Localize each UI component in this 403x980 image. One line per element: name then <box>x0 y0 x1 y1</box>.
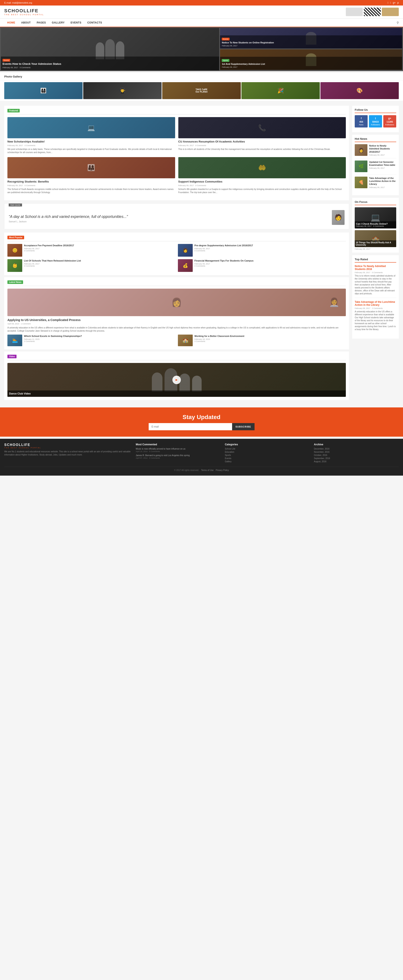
follow-us-title: Follow Us <box>355 108 396 113</box>
hot-news-meta-3: February 09, 2017 <box>369 186 396 188</box>
latest-sub-2[interactable]: 🏫 Working for a Better Classroom Environ… <box>178 334 346 346</box>
footer-mc-item-1[interactable]: Music is now officially proved to have i… <box>136 448 221 452</box>
nav-item-about[interactable]: ABOUT <box>18 19 33 27</box>
on-focus-main-image[interactable]: 💻 Can I Check Results Online? February 0… <box>355 207 396 229</box>
featured-meta-3: February 09, 2017 0 Comments <box>7 185 175 186</box>
hot-news-item-2[interactable]: 🌿 Updated 1st Semester Examination Time-… <box>355 161 396 175</box>
nav-item-home[interactable]: HOME <box>4 19 18 27</box>
footer-mc-item-2[interactable]: James R. Bernard is going to visit Los A… <box>136 454 221 459</box>
top-rated-title-1: Notice To Newly Admitted Students 2016 <box>355 265 396 270</box>
pinterest-icon[interactable]: p <box>397 1 399 4</box>
on-focus-section: On Focus 💻 Can I Check Results Online? F… <box>352 198 399 253</box>
popular-info-1: Acceptance Fee Payment Deadline 2016/201… <box>24 244 175 252</box>
top-rated-meta-2: February 09, 2017 2 Comments <box>355 307 396 309</box>
hero-card-1-overlay: Events Notice To New Students on Online … <box>220 35 402 48</box>
facebook-icon[interactable]:  <box>387 1 389 4</box>
footer-cat-events[interactable]: Events <box>225 457 310 460</box>
nav-item-pages[interactable]: PAGES <box>33 19 49 27</box>
hot-news-item-1[interactable]: 👩 Notice to Newly Admitted Students 2016… <box>355 144 396 158</box>
google-label: Followers <box>385 124 394 126</box>
footer-most-commented-title: Most Commented <box>136 443 221 446</box>
facebook-count: 456 <box>359 121 363 123</box>
popular-item-4[interactable]: 💰 Financial Management Tips For Students… <box>178 259 346 272</box>
newsletter-email-input[interactable] <box>149 423 232 430</box>
gallery-img-2: 👨‍🎓 <box>83 82 162 99</box>
nav-item-events[interactable]: EVENTS <box>68 19 84 27</box>
hot-news-img-1: 👩 <box>355 144 368 156</box>
footer-most-commented-list: Music is now officially proved to have i… <box>136 448 221 459</box>
facebook-follow-button[interactable]: f 456 Fans <box>355 115 368 127</box>
footer-mc-meta-1: April 19, 2014 5 Comments <box>136 450 221 452</box>
twitter-follow-button[interactable]: t 59433 Followers <box>369 115 382 127</box>
sidebar: Follow Us f 456 Fans t 59433 Followers g… <box>352 106 399 402</box>
quote-block: Main Quote “A day at School is a rich an… <box>4 204 349 229</box>
gallery-item-4[interactable]: 🎉 <box>241 82 320 99</box>
photo-gallery-section: Photo Gallery 👨‍👩‍👧‍👦 👨‍🎓 TAKE CaREOur P… <box>0 73 403 101</box>
gallery-item-1[interactable]: 👨‍👩‍👧‍👦 <box>4 82 83 99</box>
latest-sub-info-2: Working for a Better Classroom Environme… <box>194 334 346 346</box>
nav-search[interactable]: ⚲ <box>397 21 399 24</box>
hot-news-meta-1: February 09, 2017 <box>369 154 396 156</box>
top-rated-item-1[interactable]: Notice To Newly Admitted Students 2016 F… <box>355 265 396 298</box>
footer-categories-title: Categories <box>225 443 310 446</box>
featured-title-4: Support Indigenous Communities <box>178 180 346 184</box>
header-img-3 <box>382 8 399 16</box>
gallery-item-5[interactable]: 🎨 <box>320 82 399 99</box>
popular-title-1: Acceptance Fee Payment Deadline 2016/201… <box>24 244 175 247</box>
video-play-button[interactable]: ► <box>172 375 181 384</box>
featured-item-3: 👨‍👩‍👧 Recognizing Students: Benefits Feb… <box>7 157 175 194</box>
footer-cat-gallery[interactable]: Gallery <box>225 460 310 463</box>
top-rated-item-2[interactable]: Take Advantage of the Lunchtime Action i… <box>355 301 396 334</box>
hero-main-card[interactable]: Events Events How to Check Your Admissio… <box>1 28 219 70</box>
footer-categories-col: Categories School Life Education Sports … <box>225 443 310 463</box>
most-popular-section: Most Popular 😊 Acceptance Fee Payment De… <box>4 232 349 275</box>
footer-archive-title: Archive <box>314 443 399 446</box>
top-rated-section: Top Rated Notice To Newly Admitted Stude… <box>352 255 399 339</box>
gallery-item-2[interactable]: 👨‍🎓 <box>83 82 162 99</box>
footer-cat-education[interactable]: Education <box>225 451 310 453</box>
hero-card-2-meta: February 09, 2017 <box>222 66 400 68</box>
on-focus-main-meta: February 08, 2017 0 Comments <box>356 225 395 227</box>
popular-info-2: Pre-degree Supplementary Admission List … <box>194 244 346 252</box>
featured-meta-4: February 09, 2017 0 Comments <box>178 185 346 186</box>
popular-item-2[interactable]: 👩 Pre-degree Supplementary Admission Lis… <box>178 244 346 257</box>
newsletter-subscribe-button[interactable]: SUBSCRIBE <box>232 423 255 430</box>
logo: SCHOOLLIFE THE BEST SCHOOL PORTAL <box>4 8 44 16</box>
google-plus-icon[interactable]: g+ <box>393 1 396 4</box>
hot-news-item-3[interactable]: 🍕 Take Advantage of the Lunchtime Action… <box>355 177 396 191</box>
footer-archive-nov2016[interactable]: November, 2016 <box>314 451 399 453</box>
search-button[interactable]: ⚲ <box>397 21 399 24</box>
gallery-img-3: TAKE CaREOur PLANet <box>162 82 241 99</box>
hot-news-section: Hot News 👩 Notice to Newly Admitted Stud… <box>352 135 399 195</box>
featured-badge: Featured <box>7 109 20 113</box>
popular-item-3[interactable]: 👶 List Of Schools That Have Released Adm… <box>7 259 175 272</box>
footer-archive-sep2016[interactable]: September, 2016 <box>314 457 399 460</box>
footer-privacy-link[interactable]: Privacy Policy <box>216 469 229 471</box>
footer-archive-oct2016[interactable]: October, 2016 <box>314 454 399 456</box>
nav-item-contacts[interactable]: CONTACTS <box>84 19 105 27</box>
google-follow-button[interactable]: g+ 11285 Followers <box>383 115 396 127</box>
popular-item-1[interactable]: 😊 Acceptance Fee Payment Deadline 2016/2… <box>7 244 175 257</box>
footer-archive-dec2016[interactable]: December, 2016 <box>314 448 399 450</box>
latest-sub-1[interactable]: 🏊 Which School Excels in Swimming Champi… <box>7 334 175 346</box>
hero-card-1[interactable]: Events Notice To New Students on Online … <box>220 28 402 48</box>
hero-card-2[interactable]: Sports 1st And Supplementary Admission L… <box>220 49 402 70</box>
twitter-icon[interactable]:  <box>390 1 391 4</box>
follow-buttons: f 456 Fans t 59433 Followers g+ 11285 Fo… <box>355 115 396 127</box>
footer-archive-aug2016[interactable]: August, 2016 <box>314 460 399 463</box>
nav-item-gallery[interactable]: GALLERY <box>49 19 68 27</box>
on-focus-second-meta: February 08, 2017 <box>355 248 396 250</box>
latest-news-section: Latest News 👩 👩‍💼 Applying to US Univers… <box>4 277 349 349</box>
quote-text: “A day at School is a rich and varied ex… <box>9 214 329 220</box>
latest-sub-img-2: 🏫 <box>178 334 193 346</box>
footer-cat-sports[interactable]: Sports <box>225 454 310 456</box>
latest-news-header: Latest News <box>7 280 346 286</box>
hero-main-badge: Events <box>3 59 10 62</box>
video-thumbnail[interactable]: ► Dance Club Video <box>7 363 346 397</box>
footer-terms-link[interactable]: Terms of Use <box>201 469 213 471</box>
on-focus-second[interactable]: 🏫 10 Things You Should Really Ask A Univ… <box>355 230 396 250</box>
gallery-item-3[interactable]: TAKE CaREOur PLANet <box>162 82 241 99</box>
footer-cat-schoollife[interactable]: School Life <box>225 448 310 450</box>
gallery-img-5: 🎨 <box>320 82 399 99</box>
latest-main-image: 👩 👩‍💼 <box>7 289 346 316</box>
